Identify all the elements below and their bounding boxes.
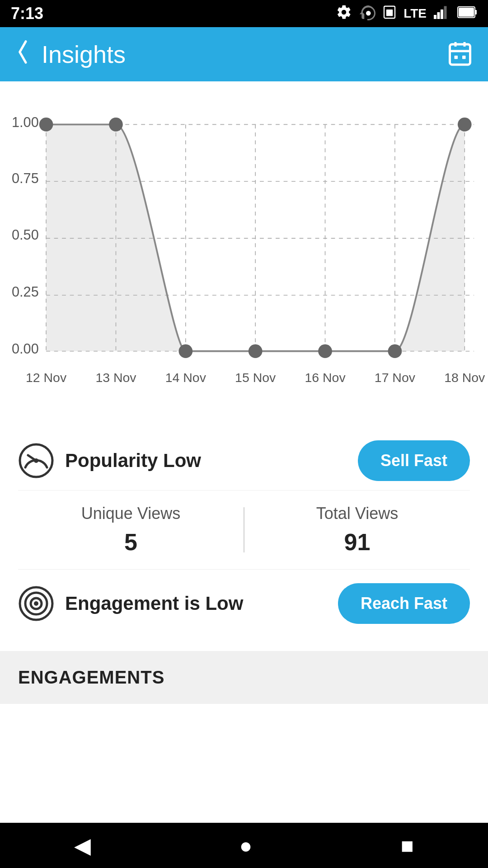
total-views-value: 91 <box>344 528 371 556</box>
sim-icon <box>383 4 396 24</box>
popularity-left: Popularity Low <box>18 443 201 479</box>
home-nav-button[interactable]: ● <box>239 833 252 858</box>
y-label-050: 0.50 <box>12 227 39 242</box>
engagement-label: Engagement is Low <box>65 593 243 614</box>
back-button[interactable] <box>14 38 33 71</box>
page-title: Insights <box>42 40 126 68</box>
x-label-17nov: 17 Nov <box>375 370 416 385</box>
chart-svg: 1.00 0.75 0.50 0.25 0.00 <box>9 99 479 407</box>
data-point-6 <box>458 118 472 132</box>
status-icons: LTE <box>336 4 477 24</box>
data-point-4 <box>318 344 332 358</box>
data-point-2 <box>178 344 192 358</box>
svg-point-0 <box>366 11 371 16</box>
engagement-left: Engagement is Low <box>18 585 243 622</box>
total-views-label: Total Views <box>316 504 398 523</box>
svg-rect-14 <box>455 56 458 59</box>
svg-marker-4 <box>437 12 440 19</box>
settings2-icon <box>359 4 375 24</box>
svg-rect-2 <box>386 9 393 16</box>
svg-marker-3 <box>434 15 436 19</box>
unique-views-label: Unique Views <box>81 504 180 523</box>
target-icon <box>18 585 54 622</box>
x-label-14nov: 14 Nov <box>165 370 206 385</box>
y-label-075: 0.75 <box>12 170 39 186</box>
x-label-16nov: 16 Nov <box>305 370 346 385</box>
back-nav-button[interactable]: ◀ <box>74 833 91 858</box>
chart-wrapper: 1.00 0.75 0.50 0.25 0.00 <box>9 99 479 409</box>
popularity-label: Popularity Low <box>65 450 201 472</box>
signal-icon <box>434 5 450 22</box>
data-point-5 <box>388 344 402 358</box>
app-bar: Insights <box>0 27 488 81</box>
lte-label: LTE <box>404 6 427 21</box>
data-point-1 <box>109 118 123 132</box>
status-bar: 7:13 LTE <box>0 0 488 27</box>
x-label-13nov: 13 Nov <box>95 370 136 385</box>
recent-nav-button[interactable]: ■ <box>401 833 414 858</box>
unique-views-item: Unique Views 5 <box>18 504 244 556</box>
battery-icon <box>457 6 477 22</box>
data-point-3 <box>249 344 263 358</box>
status-time: 7:13 <box>11 4 43 23</box>
unique-views-value: 5 <box>124 528 137 556</box>
svg-marker-5 <box>441 9 443 19</box>
settings1-icon <box>336 4 352 24</box>
engagements-title: ENGAGEMENTS <box>18 667 164 687</box>
views-row: Unique Views 5 Total Views 91 <box>18 490 470 570</box>
svg-rect-8 <box>475 10 477 14</box>
svg-rect-10 <box>450 44 470 65</box>
svg-point-30 <box>34 458 38 463</box>
total-views-item: Total Views 91 <box>244 504 470 556</box>
bottom-nav: ◀ ● ■ <box>0 823 488 868</box>
calendar-icon[interactable] <box>446 40 474 69</box>
gauge-icon <box>18 443 54 479</box>
y-label-000: 0.00 <box>12 341 39 356</box>
engagement-row: Engagement is Low Reach Fast <box>18 570 470 637</box>
chart-container: 1.00 0.75 0.50 0.25 0.00 <box>0 81 488 418</box>
stats-section: Popularity Low Sell Fast Unique Views 5 … <box>0 418 488 651</box>
y-label-100: 1.00 <box>12 114 39 130</box>
y-label-025: 0.25 <box>12 284 39 299</box>
data-point-0 <box>39 118 53 132</box>
svg-rect-15 <box>462 56 466 59</box>
x-label-12nov: 12 Nov <box>26 370 67 385</box>
reach-fast-button[interactable]: Reach Fast <box>338 583 470 624</box>
svg-point-34 <box>34 601 38 606</box>
x-label-18nov: 18 Nov <box>444 370 485 385</box>
svg-marker-6 <box>444 6 447 19</box>
x-label-15nov: 15 Nov <box>235 370 276 385</box>
sell-fast-button[interactable]: Sell Fast <box>358 440 470 481</box>
engagements-section: ENGAGEMENTS <box>0 651 488 704</box>
popularity-row: Popularity Low Sell Fast <box>18 431 470 490</box>
svg-rect-9 <box>459 8 474 17</box>
app-bar-left: Insights <box>14 38 126 71</box>
